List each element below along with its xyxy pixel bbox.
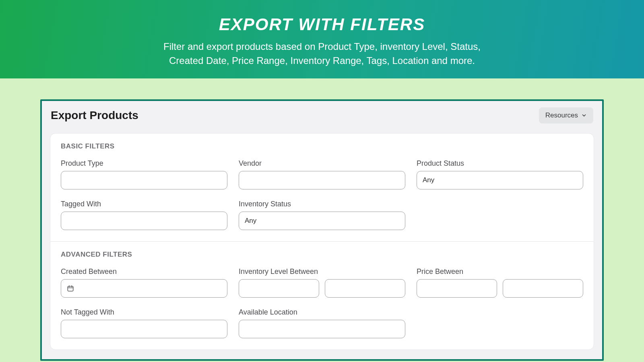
- advanced-filters-title: ADVANCED FILTERS: [61, 251, 583, 259]
- created-between-label: Created Between: [61, 267, 227, 276]
- created-between-field: Created Between: [61, 267, 227, 298]
- hero-banner: EXPORT WITH FILTERS Filter and export pr…: [0, 0, 644, 78]
- advanced-empty-cell: [417, 308, 583, 338]
- created-between-input[interactable]: [61, 279, 227, 298]
- hero-title: EXPORT WITH FILTERS: [219, 15, 425, 34]
- panel-title: Export Products: [51, 109, 138, 122]
- inventory-level-between-label: Inventory Level Between: [239, 267, 405, 276]
- inventory-level-between-field: Inventory Level Between: [239, 267, 405, 298]
- price-between-label: Price Between: [417, 267, 583, 276]
- basic-filters-section: BASIC FILTERS Product Type Vendor Produc…: [50, 134, 594, 241]
- product-status-label: Product Status: [417, 159, 583, 168]
- export-panel: Export Products Resources BASIC FILTERS …: [40, 99, 604, 361]
- vendor-field: Vendor: [239, 159, 405, 189]
- filters-card: BASIC FILTERS Product Type Vendor Produc…: [50, 133, 594, 350]
- inventory-status-select[interactable]: Any: [239, 212, 405, 230]
- tagged-with-input[interactable]: [61, 212, 227, 230]
- advanced-filters-section: ADVANCED FILTERS Created Between Invento…: [50, 241, 594, 350]
- vendor-label: Vendor: [239, 159, 405, 168]
- price-between-field: Price Between: [417, 267, 583, 298]
- hero-subtitle: Filter and export products based on Prod…: [163, 40, 481, 68]
- tagged-with-label: Tagged With: [61, 200, 227, 208]
- product-type-input[interactable]: [61, 171, 227, 189]
- product-status-field: Product Status Any: [417, 159, 583, 189]
- available-location-label: Available Location: [239, 308, 405, 317]
- inventory-status-field: Inventory Status Any: [239, 200, 405, 230]
- available-location-input[interactable]: [239, 320, 405, 338]
- product-type-field: Product Type: [61, 159, 227, 189]
- basic-filters-title: BASIC FILTERS: [61, 142, 583, 150]
- svg-rect-0: [68, 286, 73, 291]
- tagged-with-field: Tagged With: [61, 200, 227, 230]
- inventory-status-label: Inventory Status: [239, 200, 405, 208]
- price-to-input[interactable]: [503, 279, 583, 298]
- resources-button[interactable]: Resources: [539, 107, 593, 123]
- price-from-input[interactable]: [417, 279, 497, 298]
- inventory-level-to-input[interactable]: [325, 279, 405, 298]
- available-location-field: Available Location: [239, 308, 405, 338]
- panel-header: Export Products Resources: [42, 101, 602, 133]
- chevron-down-icon: [581, 113, 587, 118]
- product-type-label: Product Type: [61, 159, 227, 168]
- basic-empty-cell: [417, 200, 583, 230]
- vendor-input[interactable]: [239, 171, 405, 189]
- product-status-select[interactable]: Any: [417, 171, 583, 189]
- resources-button-label: Resources: [545, 111, 578, 119]
- inventory-level-from-input[interactable]: [239, 279, 319, 298]
- calendar-icon: [67, 285, 74, 292]
- not-tagged-with-label: Not Tagged With: [61, 308, 227, 317]
- not-tagged-with-input[interactable]: [61, 320, 227, 338]
- not-tagged-with-field: Not Tagged With: [61, 308, 227, 338]
